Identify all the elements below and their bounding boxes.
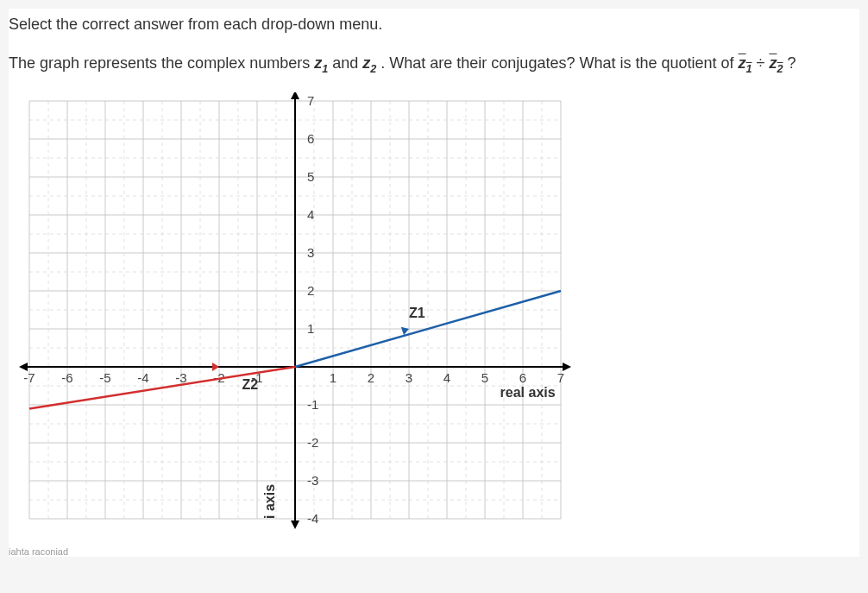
and-text: and [332,54,362,72]
svg-text:6: 6 [307,131,314,146]
problem-end: ? [787,54,796,72]
question-container: Select the correct answer from each drop… [9,9,859,557]
svg-text:-2: -2 [307,435,318,450]
svg-text:-5: -5 [99,370,110,385]
svg-text:5: 5 [481,370,488,385]
svg-text:4: 4 [443,370,450,385]
problem-statement: The graph represents the complex numbers… [9,54,859,92]
svg-text:7: 7 [557,370,564,385]
footer-text: iahta raconiad [9,541,859,557]
var-z1-bar: z1 [739,54,752,72]
svg-text:1: 1 [330,370,337,385]
svg-marker-57 [291,520,299,529]
svg-marker-56 [291,92,299,99]
svg-text:-3: -3 [175,370,186,385]
var-z2: z2 [362,54,376,72]
svg-text:Z1: Z1 [409,305,425,319]
svg-text:6: 6 [519,370,526,385]
svg-text:2: 2 [307,283,314,298]
problem-prefix: The graph represents the complex numbers [9,54,314,72]
svg-text:1: 1 [307,321,314,336]
var-z2-bar: z2 [769,54,783,72]
svg-text:i axis: i axis [262,483,277,518]
svg-text:4: 4 [307,207,314,222]
svg-text:2: 2 [368,370,374,385]
svg-text:Z2: Z2 [242,377,258,392]
svg-text:-7: -7 [23,370,35,385]
svg-text:-4: -4 [137,370,148,385]
divide-sign: ÷ [757,54,770,72]
svg-text:-4: -4 [307,511,318,526]
problem-mid: . What are their conjugates? What is the… [381,54,738,72]
complex-plane-chart: -7-6-5-4-3-2-11234567-4-3-2-11234567Z1Z2… [9,92,595,541]
chart-svg: -7-6-5-4-3-2-11234567-4-3-2-11234567Z1Z2… [9,92,595,541]
instruction-text: Select the correct answer from each drop… [9,9,859,54]
svg-text:7: 7 [307,93,314,108]
svg-text:real axis: real axis [500,385,556,400]
svg-text:-3: -3 [307,473,318,488]
svg-text:3: 3 [307,245,314,260]
var-z1: z1 [314,54,328,72]
svg-text:5: 5 [307,169,314,184]
svg-text:-6: -6 [61,370,72,385]
svg-text:-1: -1 [307,397,318,412]
svg-text:3: 3 [406,370,412,385]
